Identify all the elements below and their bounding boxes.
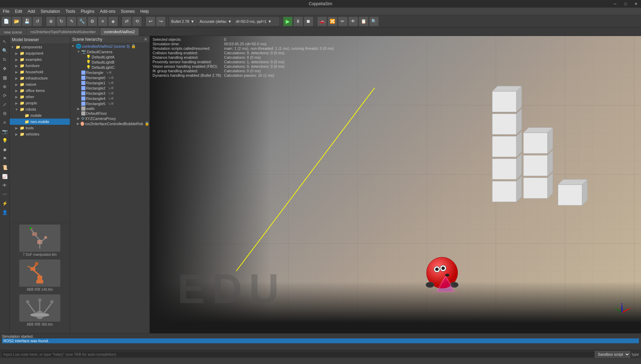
tree-mobile[interactable]: 📁 mobile: [10, 112, 70, 119]
menu-addons[interactable]: Add-ons: [97, 8, 118, 15]
icon-zoom[interactable]: 🔍: [1, 46, 9, 55]
scene-root[interactable]: ▼ 🌐 controlledViaRos2 (scene 3) 🔒: [70, 43, 149, 49]
viewport-3d[interactable]: EDU Selected objects: 0 Simulation time:…: [150, 36, 641, 333]
scene-defaultfloor[interactable]: DefaultFloor: [70, 111, 149, 116]
btn12[interactable]: 🚗: [317, 17, 327, 26]
scene-rectangle2[interactable]: Rectangle2 ↘⊕: [70, 85, 149, 91]
menu-file[interactable]: File: [0, 8, 12, 15]
close-hierarchy-button[interactable]: ✕: [144, 37, 147, 42]
icon-rotate[interactable]: ⟳: [1, 91, 9, 100]
thumb-7dof[interactable]: 7 DoF manipulator.ttm: [11, 224, 68, 256]
new-scene-button[interactable]: 📄: [1, 17, 11, 26]
scene-lightC[interactable]: 💡 DefaultLightC: [70, 65, 149, 70]
icon-pan[interactable]: ✥: [1, 64, 9, 73]
tree-non-mobile[interactable]: 📁 non-mobile: [10, 119, 70, 125]
open-button[interactable]: 📂: [12, 17, 21, 26]
icon-scale[interactable]: ⤢: [1, 100, 9, 109]
undo-button[interactable]: ↺: [33, 17, 42, 26]
tab-controlled-ros2[interactable]: controlledViaRos2: [100, 28, 139, 36]
icon-user[interactable]: 👤: [1, 208, 9, 216]
btn7[interactable]: ◈: [108, 17, 118, 26]
thumb-abb140[interactable]: ABB IRB 140.ttm: [11, 259, 68, 291]
menu-simulation[interactable]: Simulation: [38, 8, 63, 15]
timestep-dropdown[interactable]: dt=50.0 ms, ppf=1 ▼: [234, 17, 279, 26]
scene-rectangle0[interactable]: Rectangle0 ↘⊕: [70, 75, 149, 80]
minimize-button[interactable]: ─: [610, 0, 620, 8]
menu-tools[interactable]: Tools: [63, 8, 78, 15]
icon-script[interactable]: 📜: [1, 163, 9, 171]
tree-nature[interactable]: ▶ 📁 nature: [10, 81, 70, 87]
type-label[interactable]: type: [632, 352, 639, 356]
icon-shape[interactable]: ◆: [1, 145, 9, 153]
tree-people[interactable]: ▶ 📁 people: [10, 100, 70, 106]
tree-tools[interactable]: ▶ 📁 tools: [10, 125, 70, 131]
scene-lightA[interactable]: 💡 DefaultLightA: [70, 54, 149, 59]
btn15[interactable]: 👁: [348, 17, 358, 26]
btn14[interactable]: ✏: [338, 17, 348, 26]
btn4[interactable]: 🔧: [77, 17, 87, 26]
btn17[interactable]: 🔍: [369, 17, 379, 26]
tree-equipment[interactable]: ▶ 📁 equipment: [10, 50, 70, 56]
btn6[interactable]: ≡: [98, 17, 108, 26]
scene-rectangle1[interactable]: Rectangle1 ↘⊕: [70, 80, 149, 85]
menu-scenes[interactable]: Scenes: [118, 8, 138, 15]
icon-sensor[interactable]: 👁: [1, 181, 9, 189]
close-button[interactable]: ✕: [631, 0, 641, 8]
menu-help[interactable]: Help: [138, 8, 152, 15]
icon-settings[interactable]: ⚙: [1, 109, 9, 118]
icon-light[interactable]: 💡: [1, 136, 9, 144]
accuracy-dropdown[interactable]: Accurate (defau ▼: [198, 17, 233, 26]
icon-path[interactable]: 〰: [1, 190, 9, 198]
icon-force[interactable]: ⚡: [1, 199, 9, 207]
icon-move[interactable]: ⊕: [1, 82, 9, 91]
icon-pointer[interactable]: ↖: [1, 37, 9, 46]
pause-button[interactable]: ⏸: [293, 17, 303, 26]
scene-bubbleRob[interactable]: ▶ ros2InterfaceControlledBubbleRob 🔒: [70, 121, 149, 126]
save-button[interactable]: 💾: [22, 17, 32, 26]
tree-robots[interactable]: ▼ 📁 robots: [10, 106, 70, 112]
tree-office-items[interactable]: ▶ 📁 office items: [10, 87, 70, 94]
object-translate[interactable]: ⊕: [46, 17, 56, 26]
scene-lightB[interactable]: 💡 DefaultLightB: [70, 59, 149, 65]
tab-ros2-publisher[interactable]: ros2InterfaceTopicPublisherAndSubscriber: [27, 28, 100, 36]
lua-input-field[interactable]: [2, 352, 595, 357]
tree-household[interactable]: ▶ 📁 household: [10, 69, 70, 75]
tree-components[interactable]: ▼ 📁 components: [10, 44, 70, 50]
physics-engine-dropdown[interactable]: Bullet 2.78 ▼: [170, 17, 197, 26]
tree-other[interactable]: ▶ 📁 other: [10, 94, 70, 100]
icon-camera[interactable]: 📷: [1, 127, 9, 136]
tree-infrastructure[interactable]: ▶ 📁 infrastructure: [10, 75, 70, 81]
menu-edit[interactable]: Edit: [12, 8, 25, 15]
scene-edit[interactable]: ✎: [67, 17, 76, 26]
btn5[interactable]: ⚙: [88, 17, 97, 26]
icon-layers[interactable]: ≡: [1, 118, 9, 127]
btn13[interactable]: 🔀: [328, 17, 337, 26]
scene-rectangle4[interactable]: Rectangle4 ↘⊕: [70, 96, 149, 101]
tree-examples[interactable]: ▶ 📁 examples: [10, 56, 70, 63]
stop-button[interactable]: ⏹: [304, 17, 313, 26]
btn8[interactable]: ⇄: [122, 17, 131, 26]
scene-rectangle3[interactable]: Rectangle3 ↘⊕: [70, 91, 149, 96]
icon-joint[interactable]: ⚑: [1, 154, 9, 162]
tree-vehicles[interactable]: ▶ 📁 vehicles: [10, 131, 70, 137]
thumb-abb360[interactable]: ABB IRB 360.ttm: [11, 294, 68, 326]
script-type-select[interactable]: Sandbox script: [595, 351, 630, 358]
play-button[interactable]: ▶: [283, 17, 293, 26]
scene-tree[interactable]: ▼ 🌐 controlledViaRos2 (scene 3) 🔒 ▼ 📷 De…: [70, 43, 149, 333]
btn10[interactable]: ↩: [146, 17, 155, 26]
tab-new-scene[interactable]: new scene: [0, 28, 26, 36]
menu-plugins[interactable]: Plugins: [78, 8, 97, 15]
scene-xyzcameraproxy[interactable]: ▶ ⊙ XYZCameraProxy: [70, 116, 149, 121]
btn16[interactable]: 📋: [359, 17, 368, 26]
model-browser-tree[interactable]: ▼ 📁 components ▶ 📁 equipment ▶ 📁 example…: [10, 44, 70, 223]
scene-rectangle[interactable]: Rectangle ↘⊕: [70, 70, 149, 75]
btn9[interactable]: ⟲: [132, 17, 142, 26]
btn11[interactable]: ↪: [156, 17, 166, 26]
scene-defaultcamera[interactable]: ▼ 📷 DefaultCamera: [70, 49, 149, 54]
scene-rectangle5[interactable]: Rectangle5 ↘⊕: [70, 101, 149, 106]
maximize-button[interactable]: □: [620, 0, 631, 8]
tree-furniture[interactable]: ▶ 📁 furniture: [10, 63, 70, 69]
object-rotate[interactable]: ↻: [56, 17, 66, 26]
menu-add[interactable]: Add: [25, 8, 38, 15]
icon-rotate-view[interactable]: ↻: [1, 55, 9, 64]
